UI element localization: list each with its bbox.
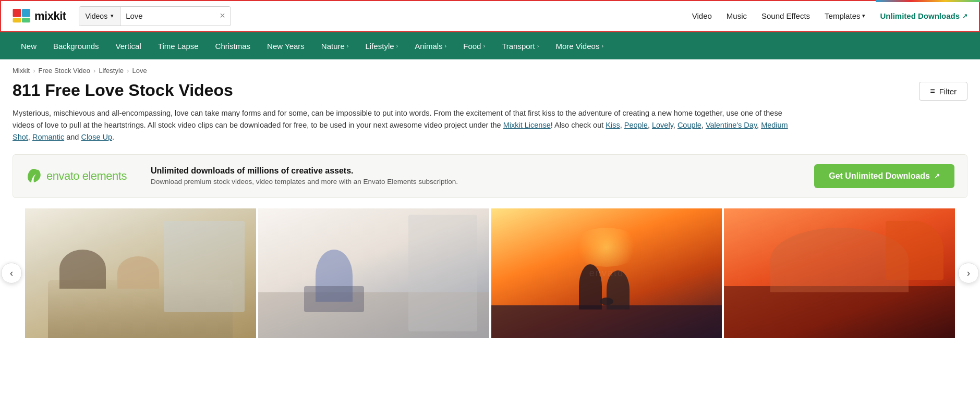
- envato-banner: envato elements Unlimited downloads of m…: [13, 154, 967, 198]
- related-close-up-link[interactable]: Close Up: [81, 133, 112, 141]
- nav-item-new[interactable]: New: [13, 32, 45, 59]
- nav-item-time-lapse[interactable]: Time Lapse: [150, 32, 207, 59]
- breadcrumb-mixkit[interactable]: Mixkit: [13, 67, 30, 75]
- mixkit-license-link[interactable]: Mixkit License: [503, 121, 551, 129]
- description-text: Mysterious, mischievous and all-encompas…: [13, 107, 795, 144]
- prev-arrow-icon: ‹: [10, 268, 13, 279]
- envato-subtext: Download premium stock videos, video tem…: [151, 178, 804, 185]
- nav-unlimited-link[interactable]: Unlimited Downloads ↗: [880, 11, 967, 20]
- nav-item-new-years[interactable]: New Years: [259, 32, 313, 59]
- video-next-button[interactable]: ›: [958, 263, 979, 283]
- video-thumbnail: envato: [491, 208, 722, 338]
- breadcrumb-sep-1: ›: [33, 67, 35, 75]
- nature-chevron-icon: ›: [347, 43, 349, 49]
- breadcrumb-lifestyle[interactable]: Lifestyle: [99, 67, 124, 75]
- page-description: Mysterious, mischievous and all-encompas…: [0, 107, 980, 144]
- logo-icon: [13, 9, 31, 23]
- video-prev-button[interactable]: ‹: [1, 263, 22, 283]
- related-lovely-link[interactable]: Lovely: [652, 121, 673, 129]
- nav-item-lifestyle[interactable]: Lifestyle ›: [357, 32, 407, 59]
- site-header: mixkit Videos ▾ × Video Music Sound Effe…: [0, 0, 980, 32]
- envato-headline: Unlimited downloads of millions of creat…: [151, 166, 804, 176]
- search-input[interactable]: [120, 7, 214, 26]
- svg-rect-0: [13, 9, 21, 17]
- nav-item-more-videos[interactable]: More Videos ›: [547, 32, 612, 59]
- close-icon: ×: [220, 10, 225, 21]
- svg-rect-1: [22, 9, 30, 17]
- nav-templates-link[interactable]: Templates ▾: [825, 11, 865, 20]
- title-filter-row: 811 Free Love Stock Videos ≡ Filter: [0, 79, 980, 107]
- header-nav: Video Music Sound Effects Templates ▾ Un…: [692, 11, 967, 20]
- related-people-link[interactable]: People: [624, 121, 648, 129]
- search-type-chevron-icon: ▾: [111, 13, 114, 19]
- page-title: 811 Free Love Stock Videos: [13, 81, 233, 100]
- animals-chevron-icon: ›: [445, 43, 447, 49]
- video-thumbnail: [258, 208, 489, 338]
- nav-item-transport[interactable]: Transport ›: [493, 32, 547, 59]
- related-romantic-link[interactable]: Romantic: [32, 133, 64, 141]
- nav-music-link[interactable]: Music: [727, 11, 747, 20]
- nav-sound-effects-link[interactable]: Sound Effects: [761, 11, 810, 20]
- templates-chevron-icon: ▾: [862, 13, 865, 19]
- related-couple-link[interactable]: Couple: [677, 121, 701, 129]
- filter-icon: ≡: [930, 86, 935, 96]
- external-cta-icon: ↗: [934, 172, 940, 180]
- breadcrumb-sep-2: ›: [93, 67, 95, 75]
- breadcrumb: Mixkit › Free Stock Video › Lifestyle › …: [0, 59, 980, 79]
- video-thumbnail: [724, 208, 955, 338]
- envato-leaf-icon: [26, 168, 42, 184]
- envato-promo-text: Unlimited downloads of millions of creat…: [151, 166, 804, 185]
- video-card[interactable]: [258, 208, 489, 338]
- food-chevron-icon: ›: [483, 43, 485, 49]
- lifestyle-chevron-icon: ›: [396, 43, 398, 49]
- svg-rect-3: [22, 18, 30, 22]
- svg-rect-2: [13, 18, 21, 22]
- nav-video-link[interactable]: Video: [692, 11, 712, 20]
- related-kiss-link[interactable]: Kiss: [606, 121, 620, 129]
- nav-item-animals[interactable]: Animals ›: [406, 32, 455, 59]
- filter-button[interactable]: ≡ Filter: [919, 82, 967, 101]
- nav-item-food[interactable]: Food ›: [455, 32, 493, 59]
- transport-chevron-icon: ›: [537, 43, 539, 49]
- search-clear-button[interactable]: ×: [214, 10, 231, 21]
- get-unlimited-downloads-button[interactable]: Get Unlimited Downloads ↗: [814, 164, 954, 188]
- video-thumbnail: [25, 208, 256, 338]
- search-type-label: Videos: [86, 12, 108, 20]
- envato-name: envato elements: [46, 169, 127, 183]
- logo-link[interactable]: mixkit: [13, 9, 66, 23]
- search-bar: Videos ▾ ×: [79, 6, 231, 26]
- breadcrumb-love[interactable]: Love: [132, 67, 147, 75]
- breadcrumb-sep-3: ›: [127, 67, 129, 75]
- breadcrumb-free-stock-video[interactable]: Free Stock Video: [39, 67, 90, 75]
- video-card[interactable]: envato: [491, 208, 722, 338]
- nav-item-nature[interactable]: Nature ›: [313, 32, 357, 59]
- nav-item-vertical[interactable]: Vertical: [107, 32, 150, 59]
- video-grid-container: ‹: [0, 208, 980, 338]
- video-card[interactable]: [25, 208, 256, 338]
- next-arrow-icon: ›: [967, 268, 970, 279]
- video-card[interactable]: [724, 208, 955, 338]
- more-videos-chevron-icon: ›: [601, 43, 603, 49]
- search-type-button[interactable]: Videos ▾: [79, 7, 121, 26]
- nav-item-backgrounds[interactable]: Backgrounds: [45, 32, 107, 59]
- external-link-icon: ↗: [962, 13, 967, 20]
- logo-text: mixkit: [34, 9, 66, 23]
- accent-bar: [876, 0, 980, 2]
- category-nav-bar: New Backgrounds Vertical Time Lapse Chri…: [0, 32, 980, 59]
- envato-logo: envato elements: [26, 168, 140, 184]
- nav-item-christmas[interactable]: Christmas: [207, 32, 259, 59]
- related-valentines-link[interactable]: Valentine's Day: [706, 121, 757, 129]
- video-grid: envato: [25, 208, 955, 338]
